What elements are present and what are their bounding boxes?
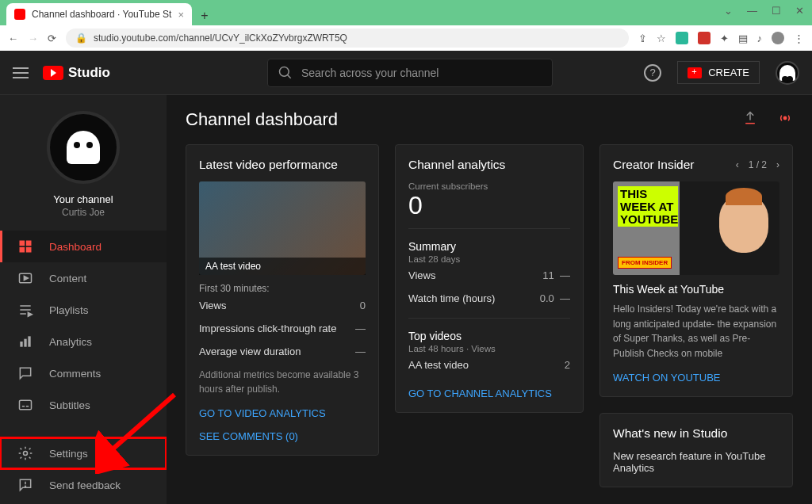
sidebar-item-label: Settings [49,448,88,460]
sidebar-item-content[interactable]: Content [0,262,167,294]
page-title: Channel dashboard [186,109,338,130]
studio-logo[interactable]: Studio [43,65,110,81]
metric-label: Views [199,300,226,311]
brand-text: Studio [68,65,110,81]
metric-value: — [355,323,366,334]
media-icon[interactable]: ♪ [757,32,763,44]
video-analytics-link[interactable]: GO TO VIDEO ANALYTICS [199,407,366,419]
create-button[interactable]: CREATE [677,61,760,84]
browser-chrome: Channel dashboard · YouTube St × + ⌄ — ☐… [0,0,812,51]
whats-new-card: What's new in Studio New research featur… [599,413,793,487]
whats-new-item: New research feature in YouTube Analytic… [613,450,779,474]
help-icon[interactable]: ? [644,64,661,82]
creator-insider-card: Creator Insider ‹ 1 / 2 › THIS WEEK AT Y… [599,144,793,397]
chevron-left-icon[interactable]: ‹ [736,159,739,170]
card-heading: Channel analytics [408,158,570,172]
svg-point-0 [279,67,289,76]
upload-icon[interactable] [742,110,758,129]
comments-icon [17,365,33,381]
channel-avatar[interactable] [47,111,120,184]
new-tab-button[interactable]: + [195,6,214,25]
account-avatar[interactable] [776,61,799,85]
sidebar-item-analytics[interactable]: Analytics [0,326,167,357]
search-icon [278,65,293,81]
go-live-icon[interactable] [777,110,793,129]
metric-label: Impressions click-through rate [199,323,336,334]
video-thumbnail[interactable]: AA test video [199,181,366,275]
sidebar-item-playlists[interactable]: Playlists [0,294,167,326]
puzzle-icon[interactable]: ✦ [720,32,729,44]
svg-point-22 [783,116,786,119]
sidebar-item-subtitles[interactable]: Subtitles [0,389,167,421]
top-video-value: 2 [565,359,570,371]
search-placeholder: Search across your channel [301,67,439,79]
sidebar-item-label: Dashboard [49,241,102,253]
chevron-down-icon[interactable]: ⌄ [724,5,733,17]
reload-icon[interactable]: ⟳ [48,32,56,44]
svg-rect-5 [26,247,32,253]
metric-value: 0 [360,300,366,311]
window-controls: ⌄ — ☐ ✕ [724,5,804,17]
address-bar: ← → ⟳ 🔒 studio.youtube.com/channel/UCvY_… [0,25,812,51]
main-content: Channel dashboard Latest video performan… [167,95,812,504]
channel-name: Curtis Joe [62,207,105,218]
sidebar-item-feedback[interactable]: Send feedback [0,469,167,501]
back-icon[interactable]: ← [8,32,18,44]
svg-rect-2 [20,241,25,246]
card-heading: What's new in Studio [613,426,779,441]
close-icon[interactable]: × [178,9,184,21]
summary-heading: Summary [408,240,570,253]
metric-label: Views [408,269,435,281]
analytics-icon [17,334,33,349]
kebab-icon[interactable]: ⋮ [794,32,804,44]
chevron-right-icon[interactable]: › [776,159,779,170]
profile-avatar-icon[interactable] [772,32,784,44]
forward-icon[interactable]: → [28,32,38,44]
svg-rect-4 [20,247,25,253]
svg-point-18 [24,452,28,456]
svg-marker-7 [24,277,28,281]
sidebar-item-dashboard[interactable]: Dashboard [0,231,167,262]
svg-rect-15 [20,400,32,410]
maximize-icon[interactable]: ☐ [772,5,781,17]
svg-marker-11 [28,312,32,316]
url-field[interactable]: 🔒 studio.youtube.com/channel/UCvY_ilCkXo… [66,29,629,48]
watch-on-youtube-link[interactable]: WATCH ON YOUTUBE [613,372,779,384]
minimize-icon[interactable]: — [747,5,757,17]
sidebar-item-label: Playlists [49,304,89,316]
top-videos-heading: Top videos [408,330,570,342]
metric-label: Watch time (hours) [408,292,495,304]
avatar-icon [779,65,795,81]
star-icon[interactable]: ☆ [657,32,666,44]
see-comments-link[interactable]: SEE COMMENTS (0) [199,430,366,442]
latest-video-card: Latest video performance AA test video F… [186,144,379,456]
browser-tab[interactable]: Channel dashboard · YouTube St × [6,3,192,25]
feedback-icon [17,477,33,493]
metric-value: 0.0 [540,292,554,304]
thumb-headline: THIS WEEK AT YOUTUBE [618,186,678,227]
channel-analytics-link[interactable]: GO TO CHANNEL ANALYTICS [408,388,570,399]
create-icon [688,67,702,78]
youtube-icon [14,9,25,20]
face-icon [719,196,768,253]
hamburger-icon[interactable] [13,67,29,78]
search-input[interactable]: Search across your channel [267,59,553,87]
close-window-icon[interactable]: ✕ [795,5,804,17]
insider-thumbnail[interactable]: THIS WEEK AT YOUTUBE FROM INSIDER [613,181,779,275]
android-icon [67,131,100,164]
extension-icon[interactable] [676,32,688,44]
metric-delta: — [560,269,570,281]
tab-title: Channel dashboard · YouTube St [32,9,171,20]
sidebar-item-settings[interactable]: Settings [0,437,167,469]
summary-sub: Last 28 days [408,254,570,264]
metric-value: — [355,346,366,357]
sidebar: Your channel Curtis Joe Dashboard Conten… [0,95,167,504]
reader-icon[interactable]: ▤ [738,32,748,44]
metric-label: Average view duration [199,346,301,357]
extension-icon[interactable] [698,32,710,44]
dashboard-icon [17,239,33,254]
sidebar-item-comments[interactable]: Comments [0,357,167,389]
metrics-note: Additional metrics become available 3 ho… [199,368,366,396]
subs-value: 0 [408,191,570,220]
share-icon[interactable]: ⇪ [638,32,647,44]
